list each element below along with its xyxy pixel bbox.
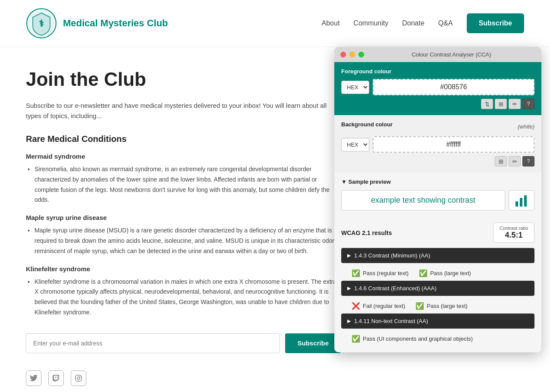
foreground-value-input[interactable]: [373, 79, 534, 95]
swap-icon[interactable]: ⇅: [481, 99, 493, 109]
foreground-input-row: HEX: [341, 79, 534, 95]
pass-icon-00: ✅: [352, 269, 360, 277]
wcag-pass-label-01: Pass (large text): [430, 270, 471, 276]
twitter-icon[interactable]: [26, 370, 41, 386]
page-title: Join the Club: [26, 69, 341, 90]
nav-qa[interactable]: Q&A: [438, 19, 453, 27]
navbar: ⚕ Medical Mysteries Club About Community…: [0, 0, 550, 47]
logo[interactable]: ⚕ Medical Mysteries Club: [26, 8, 168, 39]
wcag-result-toggle-0[interactable]: ▶ 1.4.3 Contrast (Minimum) (AA): [341, 248, 534, 263]
foreground-format-select[interactable]: HEX: [341, 81, 369, 94]
bg-help-icon[interactable]: ?: [522, 156, 534, 166]
wcag-pass-row-2: ✅ Pass (UI components and graphical obje…: [341, 331, 534, 346]
wcag-result-0: ▶ 1.4.3 Contrast (Minimum) (AA) ✅ Pass (…: [341, 248, 534, 281]
svg-rect-7: [524, 195, 527, 207]
expand-icon-1: ▶: [347, 285, 351, 291]
background-input-row: HEX: [341, 136, 534, 153]
main-content: Join the Club Subscribe to our e-newslet…: [0, 47, 550, 392]
condition-title-1: Maple syrup urine disease: [26, 214, 341, 221]
nav-about[interactable]: About: [322, 19, 340, 27]
eyedropper-icon[interactable]: ✏: [509, 99, 521, 109]
wcag-pass-label-11: Pass (large text): [427, 303, 468, 309]
condition-text-1: Maple syrup urine disease (MSUD) is a ra…: [26, 226, 341, 256]
nav-community[interactable]: Community: [353, 19, 388, 27]
wcag-pass-row-0: ✅ Pass (regular text) ✅ Pass (large text…: [341, 266, 534, 281]
foreground-section: Foreground colour HEX ⇅ ⊞ ✏ ?: [334, 62, 541, 115]
background-section: Background colour (white) HEX ⊞ ✏ ?: [334, 115, 541, 172]
foreground-label: Foreground colour: [341, 68, 534, 75]
logo-icon: ⚕: [26, 8, 57, 39]
wcag-result-title-1: 1.4.6 Contrast (Enhanced) (AAA): [354, 285, 437, 292]
minimize-button[interactable]: [349, 52, 355, 57]
wcag-title: WCAG 2.1 results: [341, 229, 392, 236]
expand-icon-0: ▶: [347, 253, 351, 258]
svg-rect-6: [520, 198, 522, 207]
wcag-header: WCAG 2.1 results Contrast ratio 4.5:1: [341, 223, 534, 243]
wcag-section: WCAG 2.1 results Contrast ratio 4.5:1 ▶ …: [334, 216, 541, 352]
maximize-button[interactable]: [358, 52, 364, 57]
social-row: [26, 370, 341, 386]
background-label: Background colour: [341, 121, 393, 128]
subscribe-button[interactable]: Subscribe: [285, 333, 341, 353]
wcag-result-2: ▶ 1.4.11 Non-text Contrast (AA) ✅ Pass (…: [341, 314, 534, 346]
nav-donate[interactable]: Donate: [402, 19, 424, 27]
settings-icon[interactable]: ⊞: [495, 99, 507, 109]
cca-title: Colour Contrast Analyser (CCA): [368, 51, 535, 58]
chart-icon-box[interactable]: [509, 190, 534, 210]
background-tools: ⊞ ✏ ?: [341, 156, 534, 166]
site-title: Medical Mysteries Club: [63, 18, 168, 29]
email-input[interactable]: [26, 333, 280, 353]
wcag-result-title-0: 1.4.3 Contrast (Minimum) (AA): [354, 252, 430, 259]
wcag-pass-item-20: ✅ Pass (UI components and graphical obje…: [352, 335, 473, 343]
wcag-pass-item-11: ✅ Pass (large text): [415, 302, 468, 310]
wcag-pass-label-00: Pass (regular text): [363, 270, 409, 276]
wcag-result-toggle-1[interactable]: ▶ 1.4.6 Contrast (Enhanced) (AAA): [341, 281, 534, 296]
background-format-select[interactable]: HEX: [341, 138, 369, 151]
condition-maple: Maple syrup urine disease Maple syrup ur…: [26, 214, 341, 256]
wcag-pass-item-01: ✅ Pass (large text): [419, 269, 471, 277]
cca-titlebar: Colour Contrast Analyser (CCA): [334, 47, 541, 62]
contrast-ratio-value: 4.5:1: [500, 231, 528, 240]
nav-links: About Community Donate Q&A Subscribe: [322, 13, 524, 33]
wcag-result-toggle-2[interactable]: ▶ 1.4.11 Non-text Contrast (AA): [341, 314, 534, 329]
condition-text-2: Klinefelter syndrome is a chromosomal va…: [26, 277, 341, 318]
condition-title-0: Mermaid syndrome: [26, 153, 341, 160]
instagram-icon[interactable]: [71, 370, 86, 386]
bg-eyedropper-icon[interactable]: ✏: [509, 156, 521, 166]
content-area: Join the Club Subscribe to our e-newslet…: [26, 69, 341, 386]
foreground-tools: ⇅ ⊞ ✏ ?: [341, 99, 534, 109]
subscribe-row: Subscribe: [26, 333, 341, 353]
sample-text-box: example text showing contrast: [341, 190, 505, 210]
contrast-ratio-label: Contrast ratio: [500, 226, 528, 231]
fail-icon-10: ❌: [352, 302, 360, 310]
pass-icon-11: ✅: [415, 302, 424, 310]
svg-point-4: [80, 376, 81, 377]
nav-subscribe-button[interactable]: Subscribe: [467, 13, 524, 33]
chart-icon: [514, 193, 529, 208]
pass-icon-20: ✅: [352, 335, 360, 343]
wcag-pass-label-20: Pass (UI components and graphical object…: [363, 336, 473, 342]
svg-rect-2: [75, 375, 82, 381]
svg-text:⚕: ⚕: [39, 18, 44, 29]
condition-klinefelter: Klinefelter syndrome Klinefelter syndrom…: [26, 265, 341, 318]
condition-text-0: Sirenomelia, also known as mermaid syndr…: [26, 164, 341, 205]
pass-icon-01: ✅: [419, 269, 427, 277]
wcag-pass-item-10: ❌ Fail (regular text): [352, 302, 405, 310]
bg-settings-icon[interactable]: ⊞: [495, 156, 507, 166]
expand-icon-2: ▶: [347, 318, 351, 324]
sample-preview-row: example text showing contrast: [341, 190, 534, 210]
condition-title-2: Klinefelter syndrome: [26, 265, 341, 273]
close-button[interactable]: [340, 52, 346, 57]
cca-window: Colour Contrast Analyser (CCA) Foregroun…: [334, 47, 541, 352]
wcag-result-title-2: 1.4.11 Non-text Contrast (AA): [354, 318, 428, 324]
twitch-icon[interactable]: [48, 370, 64, 386]
contrast-ratio-box: Contrast ratio 4.5:1: [493, 223, 534, 243]
condition-mermaid: Mermaid syndrome Sirenomelia, also known…: [26, 153, 341, 205]
wcag-pass-label-10: Fail (regular text): [363, 303, 405, 309]
help-icon[interactable]: ?: [522, 99, 534, 109]
wcag-pass-item-00: ✅ Pass (regular text): [352, 269, 409, 277]
background-value-input[interactable]: [373, 136, 534, 153]
svg-point-3: [77, 377, 80, 379]
wcag-pass-row-1: ❌ Fail (regular text) ✅ Pass (large text…: [341, 298, 534, 314]
intro-text: Subscribe to our e-newsletter and have m…: [26, 100, 341, 121]
